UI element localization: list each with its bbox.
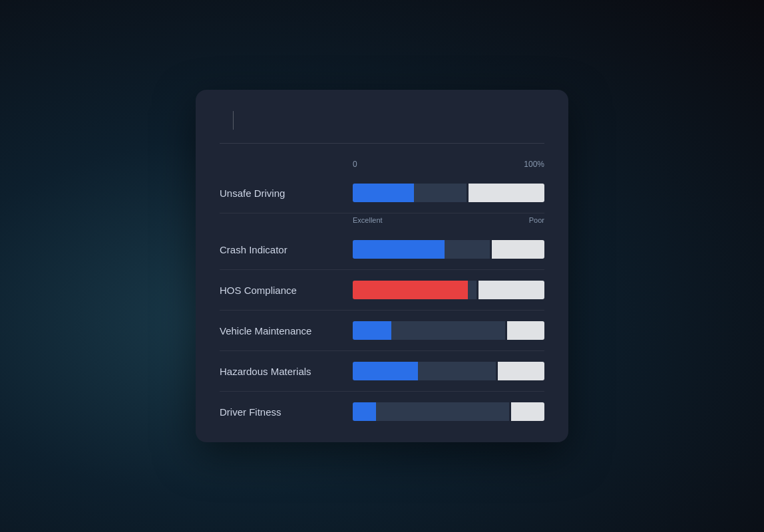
scale-labels: 0 100% — [220, 160, 544, 169]
bar-fill — [353, 281, 468, 299]
bar-container — [353, 402, 544, 421]
bar-fill — [353, 184, 414, 202]
bar-container — [353, 281, 544, 299]
bar-track — [353, 281, 544, 299]
bar-track — [353, 321, 544, 340]
row-label: Driver Fitness — [220, 406, 353, 418]
excellent-label: Excellent — [353, 216, 383, 224]
bar-track — [353, 184, 544, 202]
card-header — [220, 111, 544, 144]
threshold-marker — [496, 360, 498, 382]
row-hos-compliance: HOS Compliance — [220, 270, 544, 311]
row-vehicle-maintenance: Vehicle Maintenance — [220, 311, 544, 351]
bar-container — [353, 321, 544, 340]
scale-max: 100% — [524, 160, 544, 169]
bar-remainder — [496, 362, 544, 380]
bar-track — [353, 402, 544, 421]
row-label: Vehicle Maintenance — [220, 325, 353, 336]
bar-remainder — [490, 240, 544, 259]
csa-insights-card: 0 100% Unsafe Driving Excellent Poor Cra… — [196, 90, 568, 442]
bar-track — [353, 240, 544, 259]
threshold-marker — [505, 319, 507, 342]
bar-remainder — [506, 321, 544, 340]
row-label: HOS Compliance — [220, 285, 353, 296]
bar-container — [353, 240, 544, 259]
row-label: Crash Indicator — [220, 244, 353, 255]
bar-container — [353, 362, 544, 380]
bar-remainder — [468, 184, 544, 202]
bar-track — [353, 362, 544, 380]
bar-remainder — [510, 402, 544, 421]
row-unsafe-driving: Unsafe Driving — [220, 173, 544, 213]
bar-fill — [353, 240, 445, 259]
row-label: Unsafe Driving — [220, 188, 353, 199]
scale-min: 0 — [353, 160, 357, 169]
bar-fill — [353, 402, 376, 421]
bar-remainder — [477, 281, 544, 299]
row-crash-indicator: Crash Indicator — [220, 229, 544, 270]
bar-fill — [353, 321, 391, 340]
threshold-marker — [477, 279, 478, 301]
threshold-marker — [467, 182, 469, 204]
poor-label: Poor — [529, 216, 544, 224]
rows-container: 0 100% Unsafe Driving Excellent Poor Cra… — [220, 160, 544, 421]
row-driver-fitness: Driver Fitness — [220, 392, 544, 421]
threshold-marker — [490, 238, 492, 261]
excellent-poor-labels: Excellent Poor — [220, 216, 544, 224]
header-divider — [233, 111, 234, 130]
row-label: Hazardous Materials — [220, 366, 353, 377]
bar-container — [353, 184, 544, 202]
row-hazardous-materials: Hazardous Materials — [220, 351, 544, 392]
bar-fill — [353, 362, 418, 380]
threshold-marker — [509, 400, 511, 423]
